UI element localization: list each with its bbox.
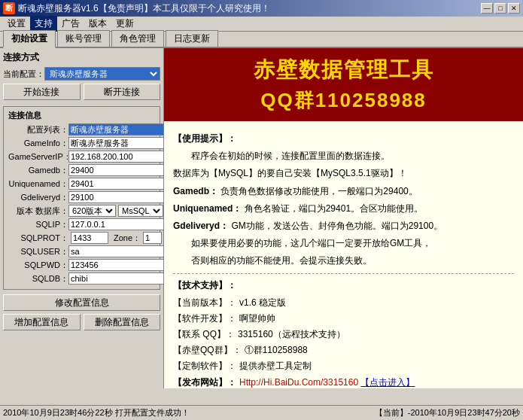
tip4-value: 角色名验证，端口为29401。合区功能使用。: [245, 203, 423, 214]
gdeliveryd-input[interactable]: [68, 191, 164, 203]
sqlip-row: SQLIP：: [8, 218, 155, 230]
support-value-4: 提供赤壁工具定制: [239, 359, 312, 373]
tip3-value: 负责角色数据修改功能使用，一般端口为29400。: [220, 186, 417, 196]
right-header-title: 赤壁数据管理工具: [172, 56, 515, 84]
tab-account-management[interactable]: 账号管理: [57, 30, 110, 47]
menu-settings[interactable]: 设置: [3, 16, 30, 32]
gamedb-label: Gamedb：: [8, 165, 68, 176]
delete-config-button[interactable]: 删除配置信息: [84, 314, 161, 330]
support-row-0: 【当前版本】： v1.6 稳定版: [173, 296, 514, 310]
tip1: 程序会在初始的时候，连接配置里面的数据连接。: [173, 149, 514, 163]
gdeliveryd-row: Gdeliveryd：: [8, 191, 155, 203]
tab-role-management[interactable]: 角色管理: [111, 30, 164, 47]
tip5: Gdeliveryd： GM功能，发送公告、封停角色功能。端口为29100。: [173, 219, 514, 233]
gdeliveryd-label: Gdeliveryd：: [8, 192, 68, 203]
modify-config-button[interactable]: 修改配置信息: [3, 294, 160, 311]
config-label: 当前配置：: [3, 68, 44, 80]
tip3-label: Gamedb：: [173, 186, 218, 196]
app-icon: 断: [3, 2, 15, 14]
tab-init-settings[interactable]: 初始设置: [3, 30, 56, 48]
uniquenamed-row: Uniquenamed：: [8, 178, 155, 190]
version-select[interactable]: 620版本: [68, 205, 116, 217]
close-button[interactable]: ✕: [508, 3, 520, 14]
sqluser-input[interactable]: [68, 245, 164, 257]
support-row-3: 【赤壁QQ群】： ①群110258988: [173, 343, 514, 358]
gameserverip-row: GameServerIP：: [8, 151, 155, 163]
zone-input[interactable]: [143, 232, 162, 244]
sqldb-input[interactable]: [68, 272, 164, 285]
support-link[interactable]: 【点击进入】: [360, 377, 415, 388]
right-header-qq: QQ群110258988: [172, 87, 515, 114]
tip7: 否则相应的功能不能使用。会提示连接失败。: [173, 254, 514, 268]
support-label-0: 【当前版本】：: [173, 296, 236, 310]
zone-label: Zone：: [114, 233, 141, 244]
tip3: Gamedb： 负责角色数据修改功能使用，一般端口为29400。: [173, 184, 514, 199]
gameserverip-label: GameServerIP：: [8, 151, 68, 163]
sqlprot-label: SQLPROT：: [8, 233, 68, 244]
tip2: 数据库为【MySQL】的要自己安装【MySQL3.5.1驱动】！: [173, 166, 514, 181]
support-row-4: 【定制软件】： 提供赤壁工具定制: [173, 359, 514, 373]
support-label-1: 【软件开发】：: [173, 312, 236, 326]
right-header: 赤壁数据管理工具 QQ群110258988: [164, 48, 523, 121]
right-panel: 赤壁数据管理工具 QQ群110258988 【使用提示】： 程序会在初始的时候，…: [164, 48, 523, 388]
support-label-3: 【赤壁QQ群】：: [173, 343, 242, 358]
version-label: 版本 数据库：: [8, 205, 68, 217]
add-delete-btn-row: 增加配置信息 删除配置信息: [3, 314, 160, 330]
gameserverip-input[interactable]: [68, 151, 164, 163]
config-list-label: 配置列表：: [8, 124, 68, 135]
right-content: 【使用提示】： 程序会在初始的时候，连接配置里面的数据连接。 数据库为【MySQ…: [164, 121, 523, 388]
support-row-5: 【发布网站】： Http://Hi.BaiDu.Com/3315160 【点击进…: [173, 376, 514, 388]
menu-update[interactable]: 更新: [111, 16, 138, 32]
status-left: 2010年10月9日23时46分22秒 打开配置文件成功！: [3, 407, 375, 418]
support-value-2: 3315160（远程技术支持）: [238, 327, 345, 342]
support-label-4: 【定制软件】：: [173, 359, 236, 373]
conn-mode-title: 连接方式: [3, 51, 160, 64]
support-label-2: 【联系 QQ】：: [173, 327, 235, 342]
minimize-button[interactable]: —: [481, 3, 493, 14]
gameinfo-row: GameInfo：: [8, 137, 155, 149]
support-value-0: v1.6 稳定版: [239, 296, 286, 310]
window-title: 断魂赤壁服务器v1.6【免责声明】本工具仅限于个人研究使用！: [18, 2, 270, 15]
support-row-2: 【联系 QQ】： 3315160（远程技术支持）: [173, 327, 514, 342]
sqldb-label: SQLDB：: [8, 273, 68, 285]
config-list-input[interactable]: [68, 123, 164, 135]
add-config-button[interactable]: 增加配置信息: [3, 314, 81, 330]
config-select[interactable]: 斯魂赤壁服务器: [44, 67, 160, 81]
uniquenamed-input[interactable]: [68, 178, 164, 190]
left-panel: 连接方式 当前配置： 斯魂赤壁服务器 开始连接 断开连接 连接信息 配置列表：: [0, 48, 164, 388]
gameinfo-input[interactable]: [68, 137, 164, 149]
status-right: 【当前】-2010年10月9日23时47分20秒: [375, 407, 520, 418]
db-select[interactable]: MsSQL库: [118, 205, 163, 217]
connect-btn-row: 开始连接 断开连接: [3, 84, 160, 100]
config-list-row: 配置列表：: [8, 123, 155, 135]
gamedb-input[interactable]: [68, 164, 164, 176]
tip6: 如果要使用必要的功能，这几个端口一定要开放给GM工具，: [173, 236, 514, 251]
support-value-3: ①群110258988: [245, 343, 308, 358]
menu-ad[interactable]: 广告: [57, 16, 84, 32]
title-bar: 断 断魂赤壁服务器v1.6【免责声明】本工具仅限于个人研究使用！ — □ ✕: [0, 0, 523, 17]
status-bar: 2010年10月9日23时46分22秒 打开配置文件成功！ 【当前】-2010年…: [0, 405, 523, 420]
tab-bar: 初始设置 账号管理 角色管理 日志更新: [0, 32, 523, 48]
start-connect-button[interactable]: 开始连接: [3, 84, 81, 100]
sqlpwd-row: SQLPWD：: [8, 259, 155, 271]
divider: [173, 273, 514, 274]
sqlpwd-input[interactable]: [68, 259, 164, 271]
menu-support[interactable]: 支持: [30, 16, 57, 32]
tab-log-update[interactable]: 日志更新: [166, 30, 218, 47]
tips-title: 【使用提示】：: [173, 132, 514, 146]
gamedb-row: Gamedb：: [8, 164, 155, 176]
disconnect-button[interactable]: 断开连接: [84, 84, 161, 100]
sqlpwd-label: SQLPWD：: [8, 260, 68, 271]
sqluser-row: SQLUSER：: [8, 245, 155, 257]
sqldb-row: SQLDB：: [8, 272, 155, 285]
tip4-label: Uniquenamed：: [173, 203, 242, 214]
support-value-5: Http://Hi.BaiDu.Com/3315160 【点击进入】: [239, 376, 415, 388]
config-row: 当前配置： 斯魂赤壁服务器: [3, 67, 160, 81]
support-label-5: 【发布网站】：: [173, 376, 236, 388]
menu-version[interactable]: 版本: [84, 16, 111, 32]
maximize-button[interactable]: □: [494, 3, 506, 14]
version-row: 版本 数据库： 620版本 MsSQL库: [8, 205, 155, 217]
sqlprot-input[interactable]: [71, 232, 108, 244]
conn-info-section: 连接信息 配置列表： GameInfo： GameServerIP： Gamed…: [3, 106, 160, 290]
sqlip-input[interactable]: [68, 218, 164, 230]
